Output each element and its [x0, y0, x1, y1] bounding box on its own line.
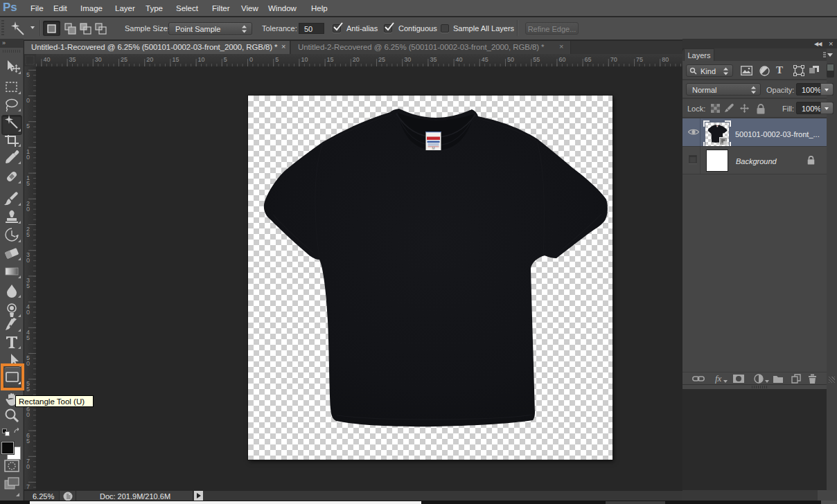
svg-text:55: 55	[533, 56, 540, 63]
svg-text:0: 0	[26, 97, 30, 104]
svg-text:50: 50	[507, 56, 514, 63]
svg-text:15: 15	[327, 56, 334, 63]
svg-text:35: 35	[69, 56, 76, 63]
svg-text:5: 5	[26, 123, 30, 129]
svg-text:5: 5	[26, 71, 30, 78]
svg-text:M: M	[432, 146, 434, 150]
svg-text:5: 5	[275, 56, 279, 63]
svg-text:45: 45	[26, 329, 30, 341]
svg-text:15: 15	[172, 56, 179, 63]
svg-text:25: 25	[378, 56, 385, 63]
svg-text:15: 15	[26, 174, 30, 187]
svg-text:10: 10	[198, 56, 205, 63]
svg-text:0: 0	[249, 56, 253, 63]
svg-text:35: 35	[26, 277, 30, 289]
svg-text:80: 80	[662, 56, 669, 63]
svg-text:35: 35	[430, 56, 437, 63]
svg-text:70: 70	[610, 56, 617, 63]
svg-text:75: 75	[26, 483, 30, 489]
svg-text:50: 50	[26, 354, 30, 367]
svg-text:30: 30	[404, 56, 411, 63]
svg-text:5: 5	[224, 56, 227, 63]
svg-text:55: 55	[26, 380, 30, 393]
svg-text:40: 40	[26, 303, 30, 316]
svg-text:30: 30	[95, 56, 102, 63]
svg-text:40: 40	[456, 56, 463, 63]
svg-text:20: 20	[353, 56, 360, 63]
svg-text:10: 10	[301, 56, 308, 63]
svg-text:30: 30	[26, 251, 30, 264]
svg-text:60: 60	[558, 56, 565, 63]
svg-text:60: 60	[26, 406, 30, 418]
svg-text:25: 25	[121, 56, 127, 63]
svg-text:10: 10	[26, 148, 30, 161]
svg-text:40: 40	[43, 56, 50, 63]
svg-text:25: 25	[26, 226, 30, 238]
svg-text:45: 45	[482, 56, 488, 63]
svg-text:65: 65	[26, 432, 30, 444]
svg-text:20: 20	[26, 200, 30, 213]
svg-text:65: 65	[585, 56, 592, 63]
svg-text:20: 20	[146, 56, 153, 63]
svg-text:70: 70	[26, 458, 30, 470]
svg-text:75: 75	[636, 56, 643, 63]
